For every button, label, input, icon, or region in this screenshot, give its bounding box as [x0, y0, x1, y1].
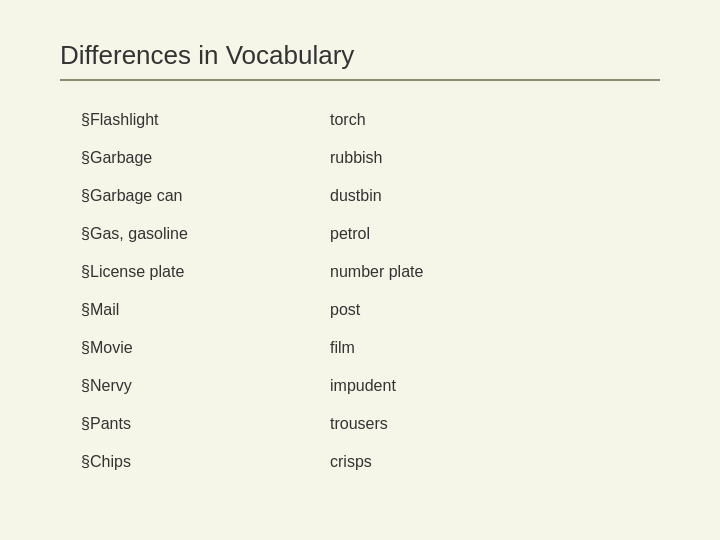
american-term: License plate	[90, 253, 330, 291]
table-row: §Flashlighttorch	[60, 101, 660, 139]
british-term: film	[330, 329, 660, 367]
bullet-icon: §	[60, 291, 90, 329]
american-term: Mail	[90, 291, 330, 329]
american-term: Gas, gasoline	[90, 215, 330, 253]
american-term: Nervy	[90, 367, 330, 405]
table-row: §Mailpost	[60, 291, 660, 329]
british-term: dustbin	[330, 177, 660, 215]
british-term: torch	[330, 101, 660, 139]
title-divider	[60, 79, 660, 81]
american-term: Movie	[90, 329, 330, 367]
vocabulary-table: §Flashlighttorch§Garbagerubbish§Garbage …	[60, 101, 660, 481]
table-row: §Gas, gasolinepetrol	[60, 215, 660, 253]
british-term: petrol	[330, 215, 660, 253]
table-row: §Garbagerubbish	[60, 139, 660, 177]
bullet-icon: §	[60, 405, 90, 443]
bullet-icon: §	[60, 443, 90, 481]
bullet-icon: §	[60, 215, 90, 253]
bullet-icon: §	[60, 177, 90, 215]
american-term: Garbage can	[90, 177, 330, 215]
bullet-icon: §	[60, 101, 90, 139]
bullet-icon: §	[60, 139, 90, 177]
american-term: Flashlight	[90, 101, 330, 139]
table-row: §Nervyimpudent	[60, 367, 660, 405]
table-row: §Chipscrisps	[60, 443, 660, 481]
british-term: impudent	[330, 367, 660, 405]
table-row: §Moviefilm	[60, 329, 660, 367]
british-term: crisps	[330, 443, 660, 481]
bullet-icon: §	[60, 329, 90, 367]
american-term: Pants	[90, 405, 330, 443]
page-title: Differences in Vocabulary	[60, 40, 660, 71]
american-term: Chips	[90, 443, 330, 481]
british-term: post	[330, 291, 660, 329]
british-term: number plate	[330, 253, 660, 291]
british-term: trousers	[330, 405, 660, 443]
bullet-icon: §	[60, 367, 90, 405]
table-row: §License platenumber plate	[60, 253, 660, 291]
american-term: Garbage	[90, 139, 330, 177]
page-container: Differences in Vocabulary §Flashlighttor…	[0, 0, 720, 540]
table-row: §Pantstrousers	[60, 405, 660, 443]
british-term: rubbish	[330, 139, 660, 177]
bullet-icon: §	[60, 253, 90, 291]
table-row: §Garbage candustbin	[60, 177, 660, 215]
